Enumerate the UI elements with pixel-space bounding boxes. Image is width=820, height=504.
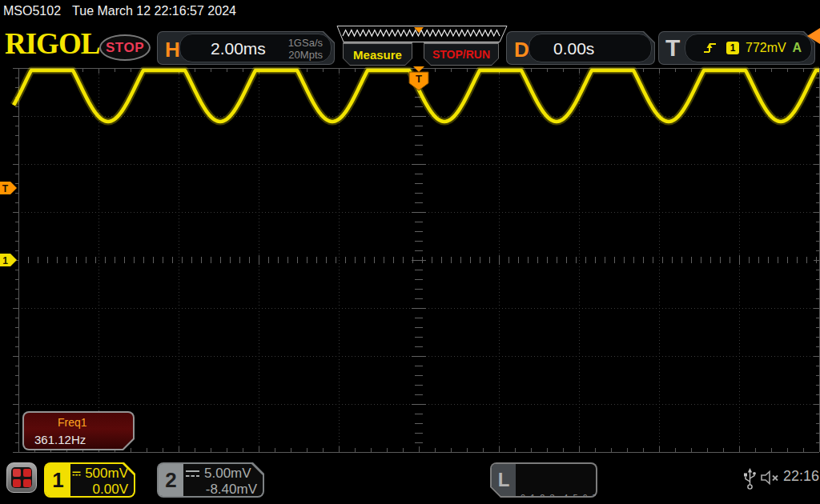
bottom-bar: 1 500mV 0.00V 2 [0, 456, 820, 504]
timebase-value: 2.00ms [211, 39, 266, 58]
channel-2-scale: 5.00mV [204, 466, 251, 482]
trigger-settings-block[interactable]: T 1 772mV A [658, 31, 815, 65]
channel-2-block[interactable]: 2 5.00mV -8.40mV [157, 462, 264, 498]
measure-button[interactable]: Measure [343, 42, 412, 66]
logic-channels-block[interactable]: L 0 1 2 3 4 5 6 7 8 9 1011 12131415 [490, 462, 597, 498]
rising-edge-trigger-icon [703, 42, 717, 54]
horizontal-label: H [165, 38, 180, 62]
trigger-pill[interactable]: 1 772mV A [685, 34, 812, 62]
stop-run-button-label: STOP/RUN [432, 48, 490, 61]
logic-channel-numbers: 0 1 2 3 4 5 6 7 8 9 1011 12131415 [521, 468, 617, 504]
channel-1-scale: 500mV [85, 466, 128, 482]
trigger-level-value: 772mV [746, 41, 786, 55]
channel-1-ground-marker: 1 [2, 255, 8, 266]
timebase-pill[interactable]: 2.00ms 1GSa/s 20Mpts [179, 34, 332, 62]
logic-label: L [492, 464, 516, 496]
horizontal-settings-block[interactable]: H 2.00ms 1GSa/s 20Mpts [157, 31, 335, 65]
channel-1-offset: 0.00V [72, 482, 128, 498]
header-bar: RIGOL STOP H 2.00ms 1GSa/s 20Mpts Measur… [0, 24, 820, 69]
stop-run-button[interactable]: STOP/RUN [424, 42, 499, 66]
measure-button-label: Measure [353, 48, 402, 62]
speaker-muted-icon[interactable] [761, 470, 783, 485]
measurement-freq1-box[interactable]: Freq1 361.12Hz [22, 411, 135, 450]
clock-text: 22:16 [783, 468, 819, 485]
run-state-badge: STOP [99, 34, 151, 61]
memory-depth: 20Mpts [288, 49, 323, 61]
trigger-label: T [665, 34, 680, 62]
dc-coupling-icon [185, 469, 200, 478]
delay-value: 0.00s [553, 39, 594, 58]
oscilloscope-screen: MSO5102Tue March 12 22:16:57 2024 TT1 RI… [0, 0, 820, 504]
measurement-name: Freq1 [58, 416, 87, 429]
acquisition-info: 1GSa/s 20Mpts [288, 37, 323, 61]
waveform-preview-strip[interactable] [330, 26, 508, 42]
channel-1-block[interactable]: 1 500mV 0.00V [44, 462, 135, 498]
measurement-value: 361.12Hz [34, 433, 86, 446]
channel-2-number: 2 [159, 464, 183, 496]
delay-pill[interactable]: 0.00s [529, 34, 652, 62]
channel-1-number: 1 [46, 464, 70, 496]
delay-label: D [514, 38, 529, 62]
dc-coupling-icon [72, 469, 81, 478]
rigol-logo: RIGOL [5, 29, 99, 58]
trigger-position-marker: T [416, 73, 422, 85]
delay-settings-block[interactable]: D 0.00s [506, 31, 655, 65]
sample-rate: 1GSa/s [288, 37, 323, 49]
usb-icon [743, 467, 757, 491]
window-grid-menu-icon[interactable] [6, 462, 37, 493]
logic-row-1: 0 1 2 3 4 5 6 7 [521, 492, 617, 504]
trigger-level-marker: T [2, 183, 9, 194]
trigger-source-badge: 1 [726, 42, 739, 54]
channel-2-offset: -8.40mV [185, 482, 257, 498]
trigger-mode-auto: A [792, 41, 802, 55]
